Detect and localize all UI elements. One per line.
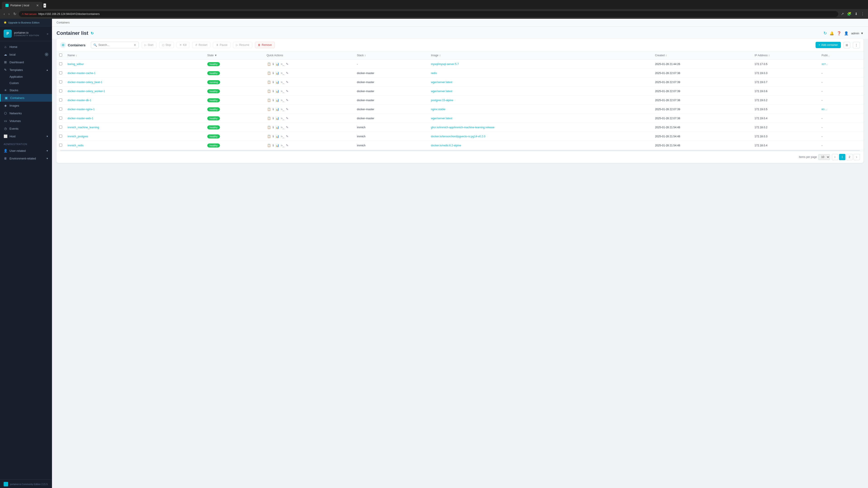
menu-icon[interactable]: ⋮ (860, 11, 865, 17)
next-page-button[interactable]: › (854, 154, 860, 160)
page-2-button[interactable]: 2 (846, 154, 852, 160)
sidebar-item-dashboard[interactable]: ⊞ Dashboard (0, 58, 52, 66)
extensions-icon[interactable]: 🧩 (846, 11, 852, 17)
stats-icon[interactable]: 📊 (275, 134, 280, 138)
edit-icon[interactable]: ✎ (285, 116, 289, 121)
sidebar-item-networks[interactable]: ⬡ Networks (0, 109, 52, 117)
container-name-link[interactable]: docker-master-celery_beat-1 (68, 80, 102, 84)
logs-icon[interactable]: 📋 (267, 98, 271, 102)
sidebar-item-custom[interactable]: Custom (9, 80, 52, 86)
add-container-button[interactable]: + Add container (815, 42, 841, 48)
sidebar-item-host[interactable]: ⬜ Host ▼ (0, 132, 52, 140)
search-box[interactable]: 🔍 ✕ (91, 41, 139, 48)
container-name-link[interactable]: immich_machine_learning (68, 126, 99, 129)
inspect-icon[interactable]: ℹ (272, 62, 274, 66)
notifications-icon[interactable]: 🔔 (830, 31, 834, 35)
image-link[interactable]: wger/server:latest (431, 90, 452, 93)
inspect-icon[interactable]: ℹ (272, 80, 274, 84)
console-icon[interactable]: >_ (281, 107, 285, 111)
remove-button[interactable]: 🗑 Remove (255, 42, 275, 48)
grid-view-button[interactable]: ⊞ (844, 42, 850, 48)
stats-icon[interactable]: 📊 (275, 89, 280, 93)
upgrade-banner[interactable]: ⭐ Upgrade to Business Edition (0, 19, 52, 26)
download-icon[interactable]: ⬇ (854, 11, 859, 17)
search-input[interactable] (98, 43, 132, 46)
inspect-icon[interactable]: ℹ (272, 125, 274, 129)
items-per-page-select[interactable]: 10 25 50 (818, 154, 830, 160)
user-profile-icon[interactable]: 👤 (844, 31, 848, 35)
image-link[interactable]: postgres:15-alpine (431, 99, 453, 102)
stats-icon[interactable]: 📊 (275, 80, 280, 84)
select-all-checkbox[interactable] (59, 54, 62, 57)
container-name-link[interactable]: docker-master-nginx-1 (68, 108, 95, 111)
image-link[interactable]: mysql/mysql-server:5.7 (431, 63, 459, 66)
console-icon[interactable]: >_ (281, 62, 285, 66)
sidebar-item-events[interactable]: ◷ Events (0, 125, 52, 132)
edit-icon[interactable]: ✎ (285, 125, 289, 129)
browser-tab[interactable]: Portainer | local ✕ (2, 2, 42, 9)
edit-icon[interactable]: ✎ (285, 134, 289, 138)
row-checkbox[interactable] (59, 90, 62, 92)
back-button[interactable]: ‹ (3, 11, 6, 17)
resume-button[interactable]: ▷ Resume (233, 42, 252, 48)
container-name-link[interactable]: docker-master-db-1 (68, 99, 91, 102)
image-link[interactable]: nginx:stable (431, 108, 445, 111)
image-link[interactable]: docker.io/tensorchord/pgvecto-rs:pg14-v0… (431, 135, 485, 138)
stop-button[interactable]: ◻ Stop (159, 42, 174, 48)
stats-icon[interactable]: 📊 (275, 98, 280, 102)
sidebar-item-images[interactable]: ◈ Images (0, 102, 52, 109)
port-link[interactable]: 327... (822, 63, 828, 66)
container-name-link[interactable]: immich_redis (68, 144, 84, 147)
stack-column-header[interactable]: Stack ↕ (354, 51, 428, 60)
sidebar-item-home[interactable]: ⌂ Home (0, 43, 52, 51)
edit-icon[interactable]: ✎ (285, 62, 289, 66)
stats-icon[interactable]: 📊 (275, 143, 280, 148)
image-link[interactable]: redis (431, 72, 437, 75)
image-column-header[interactable]: Image ↕ (428, 51, 652, 60)
container-name-link[interactable]: docker-master-web-1 (68, 117, 93, 120)
stats-icon[interactable]: 📊 (275, 62, 280, 66)
search-clear-button[interactable]: ✕ (133, 43, 136, 47)
help-icon[interactable]: ❓ (837, 31, 841, 35)
address-bar[interactable]: ⚠ Not secure https://192.168.29.124:9443… (19, 11, 838, 17)
console-icon[interactable]: >_ (281, 125, 285, 129)
console-icon[interactable]: >_ (281, 80, 285, 84)
sidebar-item-stacks[interactable]: ≡ Stacks (0, 86, 52, 94)
start-button[interactable]: ▷ Start (142, 42, 156, 48)
logs-icon[interactable]: 📋 (267, 62, 271, 66)
sidebar-item-environment-related[interactable]: 🖥 Environment-related ▼ (0, 155, 52, 162)
inspect-icon[interactable]: ℹ (272, 107, 274, 111)
row-checkbox[interactable] (59, 80, 62, 84)
logs-icon[interactable]: 📋 (267, 71, 271, 75)
console-icon[interactable]: >_ (281, 143, 285, 148)
inspect-icon[interactable]: ℹ (272, 71, 274, 75)
state-column-header[interactable]: State ▼ (205, 51, 264, 60)
logs-icon[interactable]: 📋 (267, 107, 271, 111)
container-name-link[interactable]: docker-master-cache-1 (68, 72, 95, 75)
prev-page-button[interactable]: ‹ (832, 154, 838, 160)
stats-icon[interactable]: 📊 (275, 125, 280, 129)
inspect-icon[interactable]: ℹ (272, 89, 274, 93)
pause-button[interactable]: ⏸ Pause (213, 42, 230, 48)
sidebar-item-application[interactable]: Application (9, 74, 52, 80)
admin-dropdown[interactable]: admin ▼ (851, 32, 864, 35)
kill-button[interactable]: ✕ Kill (177, 42, 189, 48)
edit-icon[interactable]: ✎ (285, 143, 289, 148)
stats-icon[interactable]: 📊 (275, 71, 280, 75)
image-link[interactable]: wger/server:latest (431, 80, 452, 84)
created-column-header[interactable]: Created ↕ (652, 51, 752, 60)
page-refresh-button[interactable]: ↻ (91, 31, 94, 35)
edit-icon[interactable]: ✎ (285, 89, 289, 93)
name-column-header[interactable]: Name ↓ (65, 51, 205, 60)
logs-icon[interactable]: 📋 (267, 89, 271, 93)
edit-icon[interactable]: ✎ (285, 80, 289, 84)
edit-icon[interactable]: ✎ (285, 71, 289, 75)
container-name-link[interactable]: docker-master-celery_worker-1 (68, 90, 105, 93)
row-checkbox[interactable] (59, 126, 62, 129)
sidebar-collapse-button[interactable]: « (47, 32, 49, 35)
inspect-icon[interactable]: ℹ (272, 143, 274, 148)
edit-icon[interactable]: ✎ (285, 98, 289, 102)
row-checkbox[interactable] (59, 107, 62, 110)
restart-button[interactable]: ↺ Restart (192, 42, 210, 48)
console-icon[interactable]: >_ (281, 134, 285, 138)
